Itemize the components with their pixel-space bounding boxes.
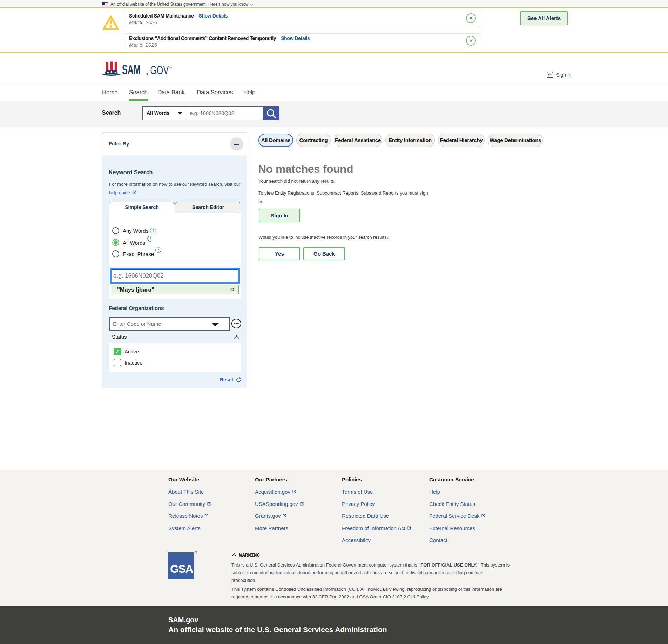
svg-text:®: ® [169,66,172,70]
svg-text:SAM: SAM [122,62,141,77]
svg-text:GOV: GOV [150,63,169,77]
